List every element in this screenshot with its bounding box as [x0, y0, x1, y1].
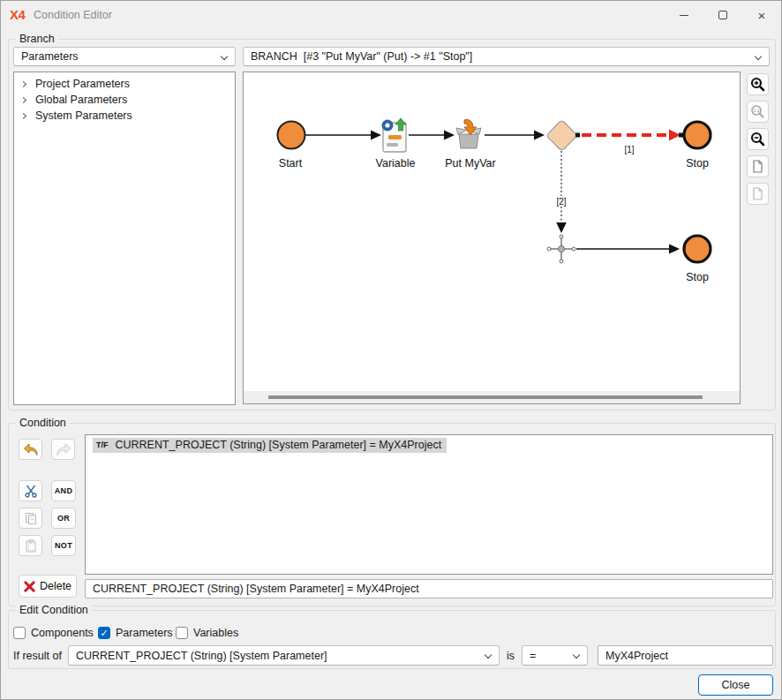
close-button[interactable]: Close: [698, 674, 773, 696]
edge-branch-2[interactable]: [2]: [553, 151, 570, 233]
workflow-canvas[interactable]: Start Variable Put MyVar: [243, 72, 741, 404]
window-title: Condition Editor: [34, 9, 112, 21]
node-variable-label: Variable: [376, 157, 416, 169]
comparison-value-input[interactable]: [598, 645, 773, 666]
parameter-category-select[interactable]: Parameters: [13, 47, 236, 66]
edge-2-label: [2]: [556, 197, 566, 207]
edge-start-variable[interactable]: [305, 131, 381, 140]
not-label: NOT: [55, 541, 72, 550]
zoom-out-button[interactable]: [747, 128, 769, 150]
zoom-actual-size-button[interactable]: 1:1: [747, 101, 769, 123]
put-box-icon: [456, 119, 481, 148]
parameters-checkbox[interactable]: ✓ Parameters: [98, 627, 173, 639]
checkbox-checked-icon: ✓: [98, 627, 110, 639]
maximize-icon: [718, 11, 727, 19]
undo-icon: [23, 443, 39, 456]
and-button[interactable]: AND: [51, 480, 76, 501]
branch-select[interactable]: BRANCH [#3 "Put MyVar" (Put) -> #1 "Stop…: [243, 47, 770, 66]
close-window-button[interactable]: ×: [742, 1, 781, 29]
branch-select-value: BRANCH [#3 "Put MyVar" (Put) -> #1 "Stop…: [251, 50, 472, 63]
delete-label: Delete: [40, 580, 71, 592]
or-label: OR: [57, 514, 70, 523]
condition-summary-text: CURRENT_PROJECT (String) [System Paramet…: [93, 583, 419, 595]
tree-item-label: Project Parameters: [35, 78, 130, 90]
fit-page-icon: [750, 159, 765, 174]
parameter-expression-select[interactable]: CURRENT_PROJECT (String) [System Paramet…: [68, 645, 500, 666]
cut-button[interactable]: [19, 480, 42, 501]
variables-checkbox[interactable]: ✓ Variables: [176, 627, 238, 639]
close-icon: ×: [758, 9, 766, 22]
edge-junction-stop[interactable]: [576, 245, 680, 254]
parameter-expression-value: CURRENT_PROJECT (String) [System Paramet…: [76, 650, 327, 662]
or-button[interactable]: OR: [51, 508, 76, 529]
node-put-myvar-label: Put MyVar: [445, 157, 495, 169]
node-stop-2[interactable]: Stop: [684, 236, 711, 283]
components-checkbox[interactable]: ✓ Components: [13, 627, 94, 639]
branch-group-label: Branch: [16, 33, 58, 45]
edge-variable-put[interactable]: [409, 131, 455, 140]
is-label: is: [507, 650, 515, 662]
copy-button[interactable]: [19, 508, 42, 529]
tree-item-label: System Parameters: [35, 109, 132, 122]
parameters-checkbox-label: Parameters: [116, 627, 173, 639]
chevron-down-icon: [485, 651, 492, 659]
chevron-right-icon: [20, 112, 26, 118]
hscrollbar-thumb[interactable]: [268, 395, 703, 399]
and-label: AND: [55, 486, 72, 495]
operator-select[interactable]: =: [522, 645, 588, 666]
title-bar: X4 Condition Editor ×: [1, 1, 781, 29]
x4-logo: X4: [10, 7, 25, 22]
tree-item-project-parameters[interactable]: Project Parameters: [14, 76, 235, 92]
edge-put-decision[interactable]: [485, 131, 545, 140]
condition-editor-dialog: { "window": { "logo": "X4", "title": "Co…: [0, 0, 782, 700]
close-button-label: Close: [722, 679, 750, 691]
redo-button[interactable]: [51, 439, 75, 460]
node-decision-diamond[interactable]: [546, 120, 577, 151]
delete-x-icon: [24, 581, 35, 592]
fit-page-button[interactable]: [747, 155, 769, 177]
zoom-out-icon: [750, 132, 765, 147]
components-checkbox-label: Components: [31, 627, 94, 639]
undo-button[interactable]: [19, 439, 42, 460]
junction-connector[interactable]: [547, 235, 575, 263]
paste-clipboard-icon: [24, 538, 38, 553]
checkbox-icon: ✓: [176, 627, 188, 639]
node-variable[interactable]: Variable: [376, 118, 416, 169]
if-result-of-label: If result of: [13, 650, 62, 662]
node-put-myvar[interactable]: Put MyVar: [445, 119, 495, 169]
zoom-in-button[interactable]: [747, 73, 769, 95]
condition-list[interactable]: T/F CURRENT_PROJECT (String) [System Par…: [85, 434, 773, 575]
condition-list-row-selected[interactable]: T/F CURRENT_PROJECT (String) [System Par…: [93, 438, 447, 453]
minimize-icon: [680, 15, 688, 16]
tree-item-global-parameters[interactable]: Global Parameters: [14, 92, 235, 108]
edge-branch-1[interactable]: [1]: [575, 130, 683, 155]
redo-icon: [56, 443, 71, 456]
workflow-diagram: Start Variable Put MyVar: [244, 72, 740, 390]
not-button[interactable]: NOT: [51, 535, 76, 556]
minimize-button[interactable]: [665, 1, 703, 29]
canvas-hscrollbar[interactable]: [244, 391, 740, 403]
cut-scissors-icon: [24, 484, 38, 498]
chevron-down-icon: [573, 651, 580, 659]
condition-row-text: CURRENT_PROJECT (String) [System Paramet…: [116, 439, 442, 451]
node-stop-2-label: Stop: [686, 271, 709, 283]
zoom-toolbar: 1:1: [747, 73, 769, 205]
node-stop-1[interactable]: Stop: [684, 122, 711, 169]
parameter-tree: Project Parameters Global Parameters Sys…: [13, 72, 236, 405]
tree-item-system-parameters[interactable]: System Parameters: [14, 108, 235, 124]
node-stop-1-label: Stop: [686, 157, 709, 169]
copy-icon: [24, 511, 38, 525]
paste-button[interactable]: [19, 535, 42, 556]
edit-condition-group-label: Edit Condition: [16, 604, 92, 616]
delete-button[interactable]: Delete: [19, 575, 77, 598]
node-start[interactable]: Start: [278, 122, 305, 170]
chevron-right-icon: [20, 96, 26, 102]
zoom-actual-size-icon: 1:1: [750, 104, 765, 119]
condition-group-label: Condition: [16, 417, 70, 429]
variable-icon: [382, 118, 407, 152]
node-start-label: Start: [279, 157, 303, 169]
page-view-button[interactable]: [747, 183, 769, 205]
chevron-down-icon: [221, 53, 228, 60]
maximize-button[interactable]: [703, 1, 742, 29]
chevron-down-icon: [755, 53, 762, 60]
